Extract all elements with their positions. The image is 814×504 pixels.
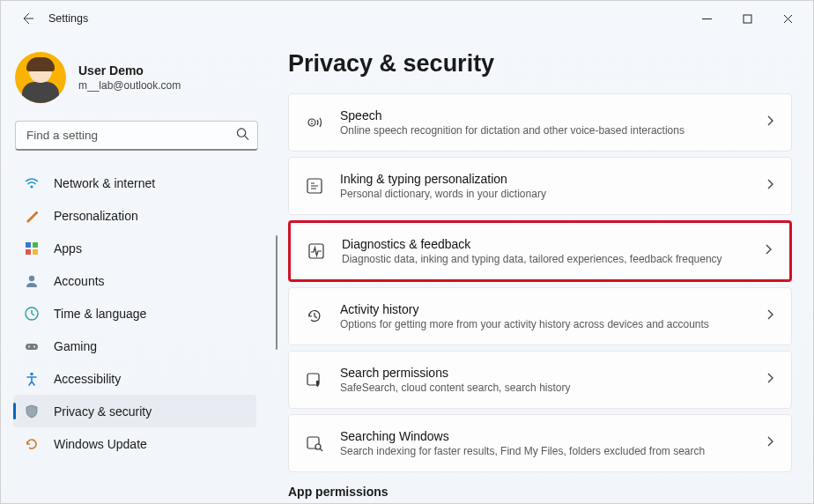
card-activity-history[interactable]: Activity history Options for getting mor… — [288, 287, 792, 345]
section-header-app-permissions: App permissions — [288, 485, 792, 499]
profile-name: User Demo — [78, 63, 181, 78]
sidebar-item-label: Network & internet — [54, 176, 155, 190]
paintbrush-icon — [24, 208, 40, 224]
sidebar-item-personalization[interactable]: Personalization — [13, 199, 256, 232]
sidebar-item-label: Time & language — [54, 307, 146, 321]
sidebar-item-label: Accounts — [54, 274, 105, 288]
chevron-right-icon — [765, 115, 775, 130]
svg-point-2 — [30, 185, 33, 188]
svg-rect-0 — [744, 15, 751, 23]
card-subtitle: Diagnostic data, inking and typing data,… — [342, 253, 747, 265]
card-subtitle: SafeSearch, cloud content search, search… — [340, 382, 749, 394]
person-icon — [24, 273, 40, 289]
main-content: Privacy & security Speech Online speech … — [267, 36, 813, 503]
svg-point-1 — [237, 129, 245, 137]
window-title: Settings — [48, 12, 88, 25]
avatar — [15, 52, 66, 103]
sidebar-item-label: Personalization — [54, 209, 138, 223]
sidebar: User Demo m__lab@outlook.com Network & i… — [1, 36, 267, 503]
sidebar-item-windows-update[interactable]: Windows Update — [13, 427, 256, 460]
dictionary-icon — [305, 176, 324, 196]
back-button[interactable] — [13, 4, 41, 33]
nav-list: Network & internet Personalization Apps — [13, 167, 260, 503]
sidebar-item-network[interactable]: Network & internet — [13, 167, 256, 199]
card-subtitle: Search indexing for faster results, Find… — [340, 445, 749, 457]
sidebar-item-accessibility[interactable]: Accessibility — [13, 362, 256, 395]
sidebar-item-gaming[interactable]: Gaming — [13, 330, 256, 362]
sidebar-item-accounts[interactable]: Accounts — [13, 264, 256, 297]
history-icon — [305, 307, 324, 326]
close-icon — [783, 14, 793, 24]
svg-point-10 — [28, 345, 30, 347]
sidebar-item-apps[interactable]: Apps — [13, 232, 256, 264]
svg-rect-4 — [33, 242, 38, 248]
chevron-right-icon — [765, 308, 775, 324]
chevron-right-icon — [765, 178, 775, 194]
card-diagnostics-feedback[interactable]: Diagnostics & feedback Diagnostic data, … — [288, 220, 792, 282]
gamepad-icon — [24, 338, 40, 354]
speech-icon — [305, 113, 324, 132]
maximize-button[interactable] — [727, 4, 767, 33]
card-title: Search permissions — [340, 366, 749, 380]
svg-point-13 — [308, 119, 315, 126]
card-inking-typing[interactable]: Inking & typing personalization Personal… — [288, 157, 792, 215]
chevron-right-icon — [765, 435, 775, 451]
titlebar: Settings — [1, 1, 813, 36]
card-title: Diagnostics & feedback — [342, 237, 747, 251]
svg-rect-3 — [26, 242, 31, 248]
svg-rect-5 — [26, 249, 31, 255]
svg-point-11 — [33, 345, 35, 347]
search-container — [15, 121, 258, 151]
card-title: Speech — [340, 108, 749, 122]
sidebar-item-label: Gaming — [54, 339, 97, 353]
card-subtitle: Options for getting more from your activ… — [340, 318, 749, 330]
wifi-icon — [24, 175, 40, 191]
search-input[interactable] — [15, 121, 258, 151]
close-button[interactable] — [767, 4, 808, 33]
minimize-button[interactable] — [686, 4, 727, 33]
search-windows-icon — [305, 434, 324, 453]
card-title: Searching Windows — [340, 429, 749, 443]
apps-icon — [24, 241, 40, 256]
minimize-icon — [702, 14, 712, 24]
settings-window: Settings User Demo m__lab@outlook.com — [0, 0, 814, 504]
card-search-permissions[interactable]: Search permissions SafeSearch, cloud con… — [288, 351, 792, 409]
accessibility-icon — [24, 371, 40, 387]
page-title: Privacy & security — [288, 50, 792, 78]
scroll-indicator — [276, 235, 278, 350]
svg-rect-6 — [33, 249, 38, 255]
shield-icon — [24, 404, 40, 419]
sidebar-item-privacy-security[interactable]: Privacy & security — [13, 395, 256, 427]
sidebar-item-label: Accessibility — [54, 372, 121, 386]
diagnostics-icon — [307, 241, 326, 261]
card-searching-windows[interactable]: Searching Windows Search indexing for fa… — [288, 414, 792, 472]
sidebar-item-label: Apps — [54, 241, 82, 256]
chevron-right-icon — [765, 372, 775, 388]
card-title: Inking & typing personalization — [340, 172, 749, 186]
card-speech[interactable]: Speech Online speech recognition for dic… — [288, 93, 792, 152]
search-shield-icon — [305, 370, 324, 389]
sidebar-item-label: Privacy & security — [54, 404, 152, 419]
search-icon — [236, 128, 249, 145]
maximize-icon — [743, 14, 752, 24]
svg-point-18 — [315, 444, 321, 449]
profile-email: m__lab@outlook.com — [78, 79, 181, 92]
sidebar-item-label: Windows Update — [54, 437, 147, 451]
arrow-left-icon — [20, 11, 34, 26]
card-title: Activity history — [340, 302, 749, 316]
card-subtitle: Online speech recognition for dictation … — [340, 124, 749, 137]
svg-point-12 — [30, 372, 33, 375]
svg-point-7 — [29, 275, 34, 280]
svg-rect-9 — [26, 344, 38, 350]
chevron-right-icon — [763, 243, 773, 259]
globe-clock-icon — [24, 306, 40, 322]
card-subtitle: Personal dictionary, words in your dicti… — [340, 188, 749, 200]
sidebar-item-time-language[interactable]: Time & language — [13, 297, 256, 330]
update-icon — [24, 436, 40, 452]
profile[interactable]: User Demo m__lab@outlook.com — [13, 47, 260, 112]
